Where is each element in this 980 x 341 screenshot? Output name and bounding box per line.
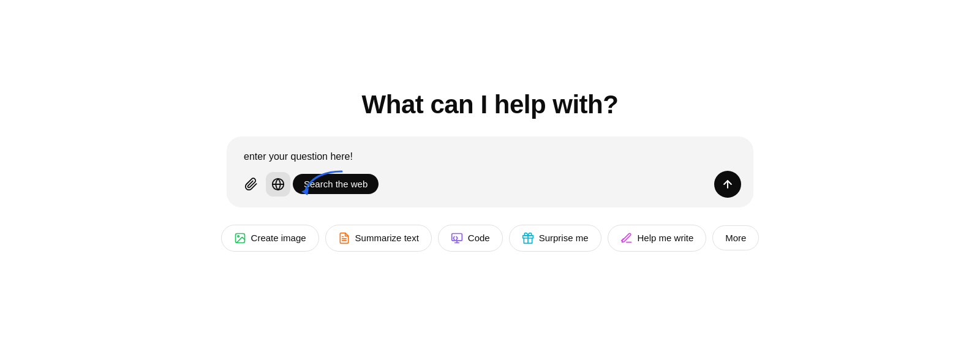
- help-write-icon: [620, 232, 633, 244]
- more-button[interactable]: More: [712, 225, 759, 250]
- surprise-me-label: Surprise me: [539, 233, 589, 243]
- code-label: Code: [468, 233, 490, 243]
- help-me-write-button[interactable]: Help me write: [608, 225, 707, 252]
- summarize-icon: [338, 232, 350, 244]
- search-web-button[interactable]: Search the web: [293, 174, 379, 194]
- more-label: More: [725, 233, 746, 243]
- send-button[interactable]: [714, 171, 741, 198]
- search-web-label: Search the web: [304, 179, 368, 189]
- svg-point-5: [237, 235, 239, 237]
- create-image-icon: [234, 232, 246, 244]
- create-image-button[interactable]: Create image: [221, 225, 319, 252]
- page-title: What can I help with?: [362, 90, 619, 119]
- quick-actions-row: Create image Summarize text: [221, 225, 760, 252]
- svg-line-11: [621, 238, 623, 240]
- search-area: enter your question here!: [227, 137, 753, 208]
- summarize-label: Summarize text: [355, 233, 419, 243]
- search-web-toggle[interactable]: [266, 172, 290, 197]
- surprise-icon: [522, 232, 534, 244]
- create-image-label: Create image: [251, 233, 306, 243]
- search-left-controls: Search the web: [239, 172, 379, 197]
- attach-button[interactable]: [239, 172, 263, 197]
- main-container: What can I help with? enter your questio…: [0, 90, 980, 252]
- search-bottom-row: Search the web: [239, 171, 741, 198]
- code-icon: [451, 232, 463, 244]
- summarize-text-button[interactable]: Summarize text: [325, 225, 432, 252]
- search-input-display[interactable]: enter your question here!: [239, 149, 741, 171]
- help-me-write-label: Help me write: [638, 233, 694, 243]
- code-button[interactable]: Code: [438, 225, 503, 252]
- surprise-me-button[interactable]: Surprise me: [509, 225, 601, 252]
